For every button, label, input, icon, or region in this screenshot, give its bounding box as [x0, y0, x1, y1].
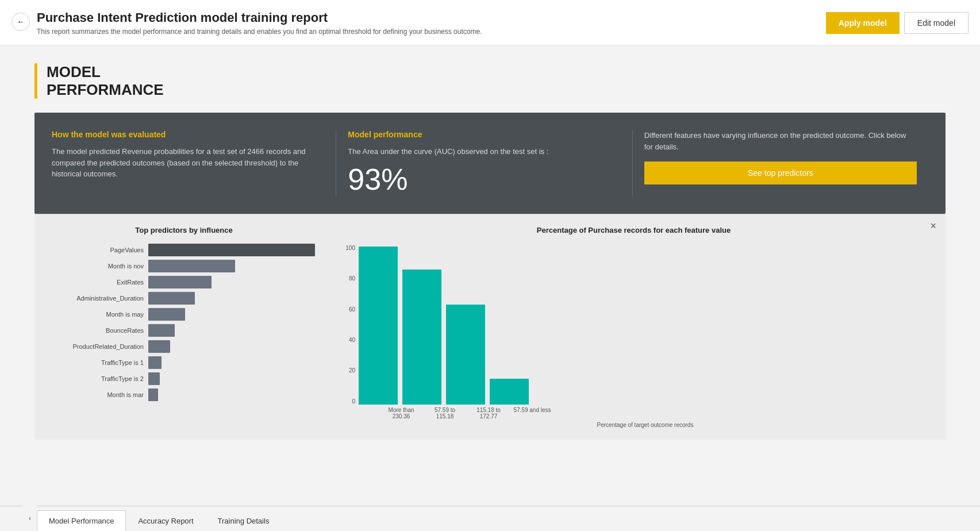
bar-track — [148, 356, 316, 369]
y-tick: 40 — [339, 337, 355, 343]
predictor-label: Month is may — [52, 311, 144, 318]
x-axis-label: 57.59 and less — [513, 407, 552, 420]
y-tick: 20 — [339, 367, 355, 374]
bar-fill — [148, 260, 235, 272]
y-tick: 60 — [339, 306, 355, 313]
tab-item[interactable]: Accuracy Report — [126, 510, 205, 531]
apply-model-button[interactable]: Apply model — [826, 12, 900, 34]
performance-title: Model performance — [348, 130, 620, 139]
edit-model-button[interactable]: Edit model — [904, 12, 969, 34]
charts-panel: × Top predictors by influence PageValues… — [34, 214, 946, 440]
predictor-bar-row: Month is mar — [52, 388, 316, 401]
predictor-bar-row: ExitRates — [52, 276, 316, 288]
bar-track — [148, 324, 316, 337]
evaluation-title: How the model was evaluated — [52, 130, 324, 139]
feature-value-chart: Percentage of Purchase records for each … — [339, 226, 928, 428]
y-tick: 80 — [339, 275, 355, 282]
top-predictors-chart: Top predictors by influence PageValuesMo… — [52, 226, 316, 428]
predictor-bar-row: TrafficType is 2 — [52, 372, 316, 385]
predictor-bar-row: TrafficType is 1 — [52, 356, 316, 369]
bar-fill — [148, 244, 315, 256]
y-axis: 100806040200 — [339, 244, 355, 405]
bar-track — [148, 276, 316, 288]
evaluation-col: How the model was evaluated The model pr… — [52, 130, 336, 197]
predictor-label: TrafficType is 2 — [52, 375, 144, 382]
y-axis-label: Percentage of target outcome records — [362, 422, 928, 428]
column-bar — [490, 379, 529, 405]
column-chart — [359, 244, 552, 405]
header-buttons: Apply model Edit model — [826, 12, 969, 34]
predictor-label: ExitRates — [52, 279, 144, 286]
main-content: MODELPERFORMANCE How the model was evalu… — [0, 46, 980, 506]
bar-track — [148, 244, 316, 256]
predictor-label: Month is mar — [52, 391, 144, 398]
bar-track — [148, 388, 316, 401]
section-title: MODELPERFORMANCE — [47, 63, 164, 99]
model-evaluation-panel: How the model was evaluated The model pr… — [34, 113, 946, 214]
bar-fill — [148, 308, 185, 321]
back-button[interactable]: ← — [11, 13, 30, 31]
auc-value: 93% — [348, 162, 620, 197]
performance-body: The Area under the curve (AUC) observed … — [348, 146, 620, 157]
performance-col: Model performance The Area under the cur… — [336, 130, 632, 197]
x-axis-label: 115.18 to 172.77 — [469, 407, 508, 420]
y-tick: 0 — [339, 398, 355, 405]
bar-track — [148, 308, 316, 321]
bottom-tabs: ‹ Model PerformanceAccuracy ReportTraini… — [0, 506, 980, 531]
header-title-block: Purchase Intent Prediction model trainin… — [37, 10, 482, 36]
back-icon: ← — [17, 17, 24, 26]
predictor-label: Administrative_Duration — [52, 295, 144, 302]
column-bar — [359, 247, 398, 404]
page-header: ← Purchase Intent Prediction model train… — [0, 0, 980, 46]
predictor-bar-row: BounceRates — [52, 324, 316, 337]
tab-item[interactable]: Training Details — [206, 510, 282, 531]
predictor-bar-row: PageValues — [52, 244, 316, 256]
predictor-bar-row: Month is nov — [52, 260, 316, 272]
bar-fill — [148, 292, 195, 305]
bar-fill — [148, 356, 162, 369]
predictor-label: PageValues — [52, 247, 144, 253]
bar-track — [148, 292, 316, 305]
see-top-predictors-button[interactable]: See top predictors — [644, 161, 917, 184]
bar-track — [148, 260, 316, 272]
x-axis-label: More than 230.36 — [382, 407, 421, 420]
x-axis-labels: More than 230.3657.59 to 115.18115.18 to… — [359, 407, 552, 420]
left-chart-title: Top predictors by influence — [52, 226, 316, 234]
predictor-bar-row: Month is may — [52, 308, 316, 321]
predictor-bar-row: ProductRelated_Duration — [52, 340, 316, 353]
horizontal-bar-chart: PageValuesMonth is novExitRatesAdministr… — [52, 244, 316, 401]
tab-scroll-left[interactable]: ‹ — [23, 506, 37, 531]
predictor-bar-row: Administrative_Duration — [52, 292, 316, 305]
page-title: Purchase Intent Prediction model trainin… — [37, 10, 482, 25]
predictors-body: Different features have varying influenc… — [644, 130, 917, 152]
bar-track — [148, 372, 316, 385]
evaluation-body: The model predicted Revenue probabilitie… — [52, 146, 324, 180]
page-subtitle: This report summarizes the model perform… — [37, 28, 482, 36]
column-bar — [446, 305, 485, 405]
section-title-block: MODELPERFORMANCE — [34, 63, 946, 99]
x-axis-label: 57.59 to 115.18 — [425, 407, 464, 420]
predictor-label: ProductRelated_Duration — [52, 343, 144, 350]
bar-fill — [148, 276, 212, 288]
bar-fill — [148, 324, 175, 337]
bar-track — [148, 340, 316, 353]
predictor-label: BounceRates — [52, 327, 144, 334]
predictor-label: TrafficType is 1 — [52, 359, 144, 366]
y-tick: 100 — [339, 245, 355, 251]
header-left: ← Purchase Intent Prediction model train… — [11, 10, 482, 36]
column-bar — [402, 270, 441, 405]
bar-fill — [148, 340, 170, 353]
bar-fill — [148, 388, 158, 401]
right-chart-title: Percentage of Purchase records for each … — [339, 226, 928, 234]
close-charts-button[interactable]: × — [930, 220, 936, 232]
predictors-col: Different features have varying influenc… — [633, 130, 928, 197]
predictor-label: Month is nov — [52, 263, 144, 270]
bar-fill — [148, 372, 160, 385]
yellow-accent-bar — [34, 63, 37, 99]
tab-item[interactable]: Model Performance — [37, 510, 126, 531]
